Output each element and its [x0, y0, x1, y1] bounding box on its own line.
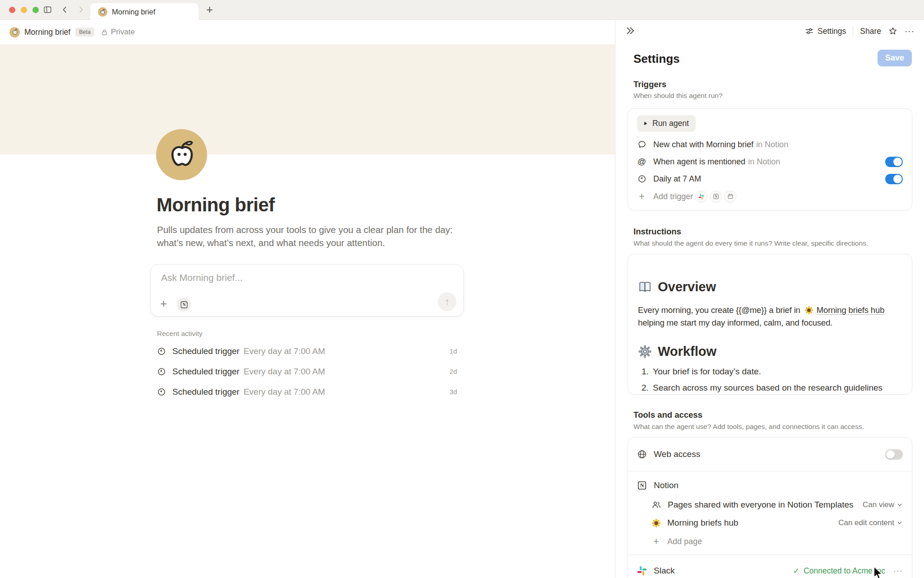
page-description: Pulls updates from across your tools to … — [157, 223, 462, 249]
activity-detail: Every day at 7:00 AM — [244, 387, 325, 397]
trigger-row-daily[interactable]: Daily at 7 AM — [637, 170, 903, 187]
minimize-window-button[interactable] — [21, 7, 27, 13]
sunflower-icon — [804, 306, 813, 315]
main-content: Morning brief Pulls updates from across … — [0, 44, 615, 578]
daily-toggle[interactable] — [885, 174, 903, 184]
overview-paragraph: Every morning, you create {{@me}} a brie… — [638, 304, 904, 329]
clock-icon — [157, 367, 166, 376]
slack-label: Slack — [654, 566, 675, 576]
slack-tool-row[interactable]: Slack ✓ Connected to Acme Inc ··· — [637, 555, 903, 578]
add-trigger-button[interactable]: + Add trigger — [637, 187, 903, 205]
web-access-toggle[interactable] — [885, 449, 903, 460]
settings-heading: Settings — [633, 52, 680, 66]
apple-agent-icon — [9, 27, 20, 37]
send-button[interactable]: ↑ — [438, 292, 457, 311]
web-access-label: Web access — [654, 449, 700, 459]
tab-morning-brief[interactable]: Morning brief — [90, 3, 199, 20]
add-page-button[interactable]: + Add page — [637, 532, 903, 551]
people-icon — [651, 500, 661, 510]
lock-icon — [101, 28, 108, 36]
apple-agent-icon — [98, 7, 107, 17]
calendar-icon — [724, 191, 736, 203]
plus-icon: + — [637, 191, 647, 202]
sidebar-toggle-icon[interactable] — [43, 5, 52, 14]
globe-icon — [637, 449, 647, 459]
tools-subheading: What can the agent use? Add tools, pages… — [633, 423, 864, 431]
plus-icon: + — [651, 536, 661, 547]
web-access-row[interactable]: Web access — [637, 438, 903, 471]
visibility-indicator: Private — [101, 28, 135, 37]
page-label: Pages shared with everyone in Notion Tem… — [668, 500, 854, 510]
ask-input-placeholder[interactable]: Ask Morning brief... — [161, 272, 243, 283]
toggle-knob — [893, 158, 902, 166]
new-tab-button[interactable]: + — [206, 3, 213, 17]
instructions-editor[interactable]: Overview Every morning, you create {{@me… — [628, 254, 912, 395]
back-icon[interactable] — [60, 5, 69, 14]
share-button[interactable]: Share — [860, 27, 881, 36]
settings-tab-label: Settings — [818, 27, 846, 36]
agent-avatar[interactable] — [156, 129, 207, 180]
run-agent-button[interactable]: Run agent — [637, 115, 696, 132]
chevron-down-icon — [896, 520, 903, 526]
favorite-star-icon[interactable] — [888, 26, 898, 36]
trigger-row-new-chat[interactable]: New chat with Morning brief in Notion — [637, 136, 903, 153]
window-controls — [9, 7, 39, 13]
trigger-rows: New chat with Morning brief in Notion @ … — [637, 136, 903, 205]
workflow-step: Your brief is for today’s date. — [651, 367, 902, 377]
play-icon — [642, 121, 648, 126]
workflow-title: Workflow — [658, 344, 716, 359]
save-button[interactable]: Save — [878, 50, 912, 66]
overview-section: Overview — [638, 280, 902, 294]
activity-row[interactable]: Scheduled trigger Every day at 7:00 AM 2… — [157, 361, 457, 382]
instructions-heading: Instructions — [633, 227, 681, 237]
recent-activity-list: Scheduled trigger Every day at 7:00 AM 1… — [157, 341, 457, 402]
clock-icon — [157, 387, 166, 396]
notion-page-row[interactable]: Morning briefs hub Can edit content — [637, 514, 903, 532]
page-title: Morning brief — [157, 194, 275, 216]
add-trigger-label: Add trigger — [653, 192, 693, 201]
morning-briefs-hub-link[interactable]: Morning briefs hub — [817, 305, 885, 315]
slack-icon — [695, 191, 707, 203]
trigger-label: Daily at 7 AM — [653, 174, 701, 184]
forward-icon[interactable] — [76, 5, 86, 14]
more-options-icon[interactable]: ··· — [905, 26, 915, 36]
notion-icon — [637, 480, 647, 490]
apple-agent-icon — [165, 138, 199, 172]
triggers-heading: Triggers — [633, 79, 666, 89]
run-agent-label: Run agent — [652, 119, 689, 128]
close-window-button[interactable] — [9, 7, 15, 13]
open-book-icon — [638, 280, 652, 294]
permission-label: Can view — [863, 500, 894, 509]
instructions-subheading: What should the agent do every time it r… — [633, 239, 868, 247]
slack-more-options-icon[interactable]: ··· — [893, 566, 903, 576]
breadcrumb-title[interactable]: Morning brief — [24, 28, 70, 37]
trigger-label: When agent is mentioned — [653, 157, 745, 167]
ask-agent-input[interactable]: Ask Morning brief... + ↑ — [150, 264, 464, 317]
mentioned-toggle[interactable] — [885, 157, 903, 167]
tab-title: Morning brief — [112, 8, 155, 16]
chevron-down-icon — [896, 502, 903, 508]
permission-dropdown[interactable]: Can view — [863, 500, 903, 509]
at-mention-icon: @ — [637, 157, 647, 167]
zoom-window-button[interactable] — [32, 7, 39, 13]
collapse-panel-icon[interactable] — [624, 25, 636, 37]
notion-page-row[interactable]: Pages shared with everyone in Notion Tem… — [637, 496, 903, 514]
activity-row[interactable]: Scheduled trigger Every day at 7:00 AM 3… — [157, 382, 457, 402]
notion-tool-row[interactable]: Notion — [637, 475, 903, 496]
settings-tab-button[interactable]: Settings — [805, 27, 846, 36]
sunflower-icon — [651, 518, 661, 528]
beta-badge: Beta — [75, 28, 94, 37]
workflow-section: Workflow — [638, 344, 902, 359]
permission-dropdown[interactable]: Can edit content — [838, 518, 903, 527]
permission-label: Can edit content — [838, 518, 894, 527]
slack-status: ✓ Connected to Acme Inc ··· — [793, 566, 903, 576]
attach-button[interactable]: + — [160, 298, 167, 309]
trigger-suffix: in Notion — [756, 140, 788, 149]
add-page-label: Add page — [667, 537, 702, 546]
gear-icon — [638, 345, 652, 359]
activity-row[interactable]: Scheduled trigger Every day at 7:00 AM 1… — [157, 341, 457, 361]
breadcrumb: Morning brief Beta Private — [0, 20, 615, 44]
trigger-row-mentioned[interactable]: @ When agent is mentioned in Notion — [637, 153, 903, 170]
divider — [628, 471, 912, 471]
notion-context-chip[interactable] — [177, 298, 191, 312]
